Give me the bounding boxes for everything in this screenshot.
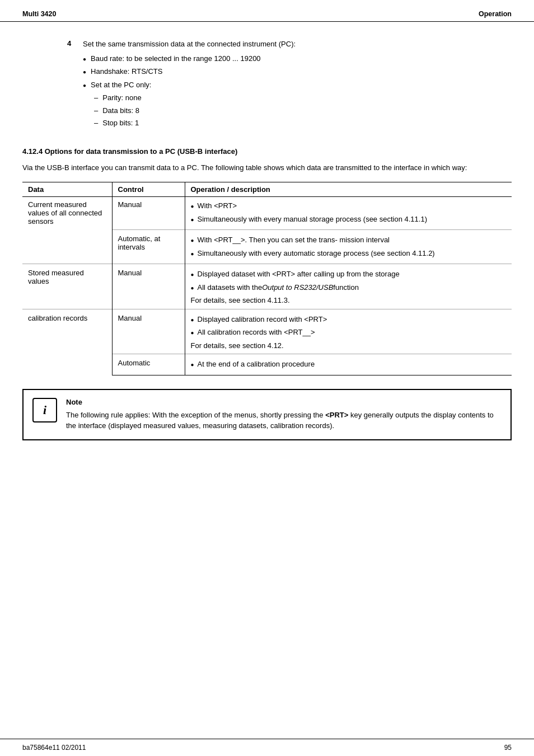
page: Multi 3420 Operation 4 Set the same tran… [0,0,534,756]
table-header-operation: Operation / description [185,182,512,197]
table-header-control: Control [112,182,185,197]
table-cell-operation: With <PRT__>. Then you can set the trans… [185,230,512,264]
table-cell-control: Manual [112,309,185,354]
op-bullet: All calibration records with <PRT__> [191,327,507,338]
table-cell-control: Manual [112,197,185,230]
table-cell-operation: Displayed dataset with <PRT> after calli… [185,264,512,309]
page-footer: ba75864e11 02/2011 95 [0,739,534,756]
note-box: i Note The following rule applies: With … [22,389,512,440]
step-4-intro: Set the same transmission data at the co… [83,39,512,50]
table-cell-control: Manual [112,264,185,309]
table-cell-data: Stored measured values [22,264,112,309]
op-bullet: With <PRT__>. Then you can set the trans… [191,234,507,246]
page-header: Multi 3420 Operation [0,0,534,22]
list-item: Parity: none [94,92,512,104]
section-intro: Via the USB-B interface you can transmit… [22,162,512,173]
table-cell-data: calibration records [22,309,112,375]
op-bullet: Simultaneously with every manual storage… [191,214,507,225]
list-item: Set at the PC only: [83,79,512,91]
header-left: Multi 3420 [22,10,56,18]
list-item: Baud rate: to be selected in the range 1… [83,53,512,64]
table-header-data: Data [22,182,112,197]
table-cell-control: Automatic [112,354,185,375]
op-bullet: Simultaneously with every automatic stor… [191,248,507,259]
page-content: 4 Set the same transmission data at the … [0,22,534,474]
note-content: Note The following rule applies: With th… [66,398,502,431]
table-row: Current measured values of all connected… [22,197,512,230]
op-bullet: With <PRT> [191,200,507,212]
data-table: Data Control Operation / description Cur… [22,182,512,375]
step-4-bullets: Baud rate: to be selected in the range 1… [83,53,512,91]
note-text: The following rule applies: With the exc… [66,410,502,431]
header-right: Operation [479,10,512,18]
footer-left: ba75864e11 02/2011 [22,744,86,752]
table-row: calibration records Manual Displayed cal… [22,309,512,354]
table-cell-control: Automatic, at intervals [112,230,185,264]
table-cell-operation: Displayed calibration record with <PRT> … [185,309,512,354]
table-row: Stored measured values Manual Displayed … [22,264,512,309]
info-icon: i [32,398,57,422]
table-cell-operation: At the end of a calibration procedure [185,354,512,375]
op-bullet: All datasets with the Output to RS232/US… [191,282,507,293]
note-title: Note [66,398,502,406]
list-item: Stop bits: 1 [94,118,512,129]
op-bullet: Displayed dataset with <PRT> after calli… [191,269,507,280]
list-item: Data bits: 8 [94,105,512,116]
op-text: For details, see section 4.11.3. [191,295,507,306]
step-4-content: Set the same transmission data at the co… [83,39,512,130]
footer-right: 95 [504,744,512,752]
op-bullet: At the end of a calibration procedure [191,359,507,370]
table-cell-data: Current measured values of all connected… [22,197,112,264]
step-4-dashes: Parity: none Data bits: 8 Stop bits: 1 [83,92,512,129]
table-cell-operation: With <PRT> Simultaneously with every man… [185,197,512,230]
op-bullet: Displayed calibration record with <PRT> [191,314,507,325]
op-text: For details, see section 4.12. [191,340,507,351]
list-item: Handshake: RTS/CTS [83,66,512,77]
step-number: 4 [67,39,83,130]
section-heading: 4.12.4 Options for data transmission to … [22,147,512,156]
step-4-block: 4 Set the same transmission data at the … [67,39,512,130]
